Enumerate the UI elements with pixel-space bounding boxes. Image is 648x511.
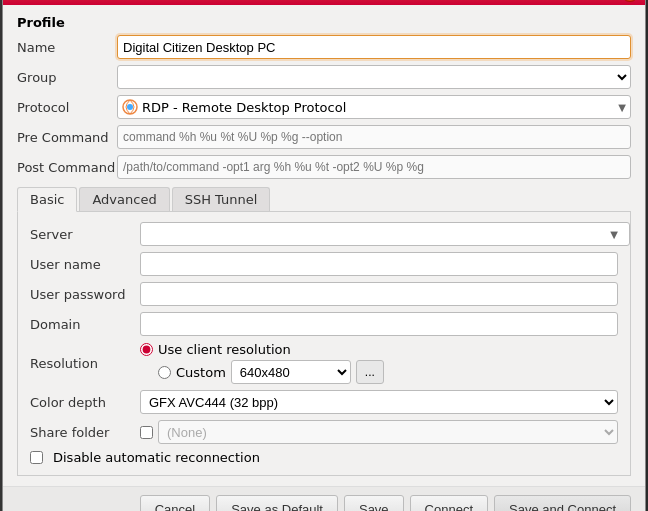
color-depth-row: Color depth GFX AVC444 (32 bpp) <box>30 390 618 414</box>
password-input[interactable] <box>140 282 618 306</box>
resolution-control: Use client resolution Custom 640x480 ... <box>140 342 618 384</box>
share-folder-row: Share folder (None) <box>30 420 618 444</box>
post-command-input[interactable] <box>117 155 631 179</box>
custom-label: Custom <box>176 365 226 380</box>
color-depth-control: GFX AVC444 (32 bpp) <box>140 390 618 414</box>
share-row-inner: (None) <box>140 420 618 444</box>
group-control <box>117 65 631 89</box>
dots-button[interactable]: ... <box>356 360 384 384</box>
server-label: Server <box>30 227 140 242</box>
resolution-label: Resolution <box>30 356 140 371</box>
resolution-row: Resolution Use client resolution Custom … <box>30 342 618 384</box>
share-folder-label: Share folder <box>30 425 140 440</box>
protocol-wrapper[interactable]: RDP - Remote Desktop Protocol ▼ <box>117 95 631 119</box>
svg-point-3 <box>127 104 133 110</box>
disable-reconnect-checkbox[interactable] <box>30 451 43 464</box>
group-row: Group <box>17 65 631 89</box>
pre-command-control <box>117 125 631 149</box>
rdp-icon <box>122 99 138 115</box>
password-row: User password <box>30 282 618 306</box>
username-input[interactable] <box>140 252 618 276</box>
pre-command-input[interactable] <box>117 125 631 149</box>
connect-button[interactable]: Connect <box>410 495 488 511</box>
name-row: Name <box>17 35 631 59</box>
name-input[interactable] <box>117 35 631 59</box>
protocol-control: RDP - Remote Desktop Protocol ▼ <box>117 95 631 119</box>
server-row: Server ▼ <box>30 222 618 246</box>
tab-ssh-tunnel[interactable]: SSH Tunnel <box>172 187 271 211</box>
group-label: Group <box>17 70 117 85</box>
name-control <box>117 35 631 59</box>
red-arrow-icon <box>639 33 648 61</box>
save-default-button[interactable]: Save as Default <box>216 495 338 511</box>
close-button[interactable]: ✕ <box>621 0 639 2</box>
tab-panel-basic: Server ▼ User name User password <box>17 212 631 476</box>
custom-resolution-row: Custom 640x480 ... <box>158 360 618 384</box>
resolution-radio-group: Use client resolution Custom 640x480 ... <box>140 342 618 384</box>
use-client-label: Use client resolution <box>158 342 291 357</box>
username-label: User name <box>30 257 140 272</box>
footer: Cancel Save as Default Save Connect Save… <box>3 486 645 511</box>
tabs-container: Basic Advanced SSH Tunnel <box>17 187 631 212</box>
username-row: User name <box>30 252 618 276</box>
share-folder-checkbox[interactable] <box>140 426 153 439</box>
share-folder-select[interactable]: (None) <box>158 420 618 444</box>
username-control <box>140 252 618 276</box>
protocol-dropdown-icon: ▼ <box>618 102 626 113</box>
domain-control <box>140 312 618 336</box>
color-depth-label: Color depth <box>30 395 140 410</box>
pre-command-label: Pre Command <box>17 130 117 145</box>
password-label: User password <box>30 287 140 302</box>
protocol-row: Protocol RDP - Remote Desktop Protocol ▼ <box>17 95 631 119</box>
cancel-button[interactable]: Cancel <box>140 495 210 511</box>
custom-radio[interactable] <box>158 366 171 379</box>
profile-section-label: Profile <box>17 15 631 30</box>
post-command-row: Post Command <box>17 155 631 179</box>
reconnect-row: Disable automatic reconnection <box>30 450 618 465</box>
save-button[interactable]: Save <box>344 495 404 511</box>
password-control <box>140 282 618 306</box>
tabs: Basic Advanced SSH Tunnel <box>17 187 631 211</box>
pre-command-row: Pre Command <box>17 125 631 149</box>
tab-advanced[interactable]: Advanced <box>79 187 169 211</box>
custom-resolution-select[interactable]: 640x480 <box>231 360 351 384</box>
titlebar: Remote Desktop Preference ✕ <box>3 0 645 5</box>
post-command-control <box>117 155 631 179</box>
server-input[interactable] <box>140 222 630 246</box>
tab-basic[interactable]: Basic <box>17 187 77 212</box>
server-control: ▼ <box>140 222 618 246</box>
domain-label: Domain <box>30 317 140 332</box>
group-select-wrapper <box>117 65 631 89</box>
protocol-label: Protocol <box>17 100 117 115</box>
post-command-label: Post Command <box>17 160 117 175</box>
name-label: Name <box>17 40 117 55</box>
protocol-value: RDP - Remote Desktop Protocol <box>142 100 618 115</box>
group-select[interactable] <box>117 65 631 89</box>
disable-reconnect-label: Disable automatic reconnection <box>53 450 260 465</box>
save-connect-button[interactable]: Save and Connect <box>494 495 631 511</box>
use-client-row: Use client resolution <box>140 342 618 357</box>
share-folder-control: (None) <box>140 420 618 444</box>
dialog: Remote Desktop Preference ✕ Profile Name <box>2 0 646 511</box>
domain-input[interactable] <box>140 312 618 336</box>
color-depth-select[interactable]: GFX AVC444 (32 bpp) <box>140 390 618 414</box>
domain-row: Domain <box>30 312 618 336</box>
use-client-radio[interactable] <box>140 343 153 356</box>
main-content: Profile Name Group <box>3 5 645 486</box>
